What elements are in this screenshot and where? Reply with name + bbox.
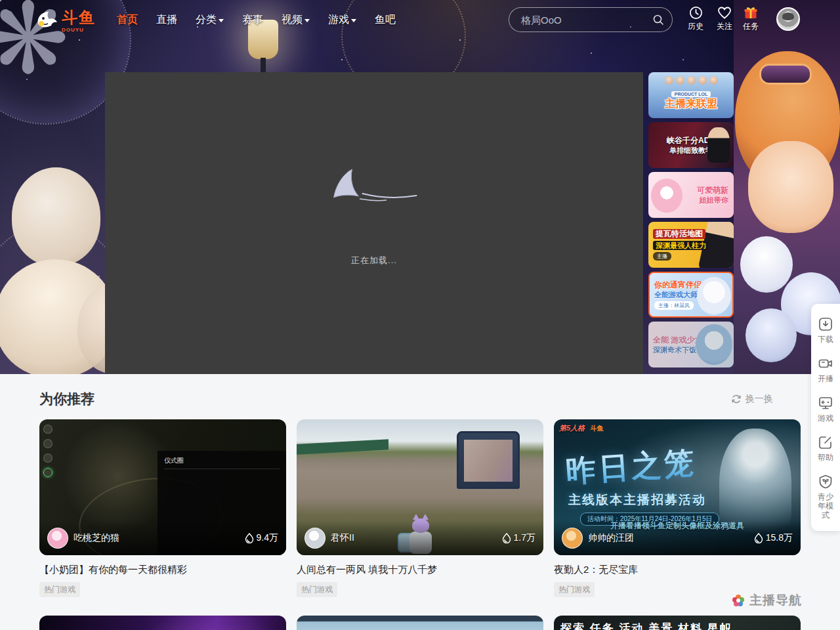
nav-live[interactable]: 直播 <box>147 0 186 39</box>
nav-home[interactable]: 首页 <box>108 0 147 39</box>
douyu-logo[interactable]: 斗鱼 DOUYU <box>34 7 96 33</box>
streamer-avatar <box>562 528 583 549</box>
thumbnail-overlay: 君怀II 1.7万 <box>297 521 543 555</box>
category-tag[interactable]: 热门游戏 <box>39 582 80 597</box>
download-button[interactable]: 下载 <box>811 310 840 350</box>
stream-card-row-partial: 探索 任务 活动 美景 材料 星帜 <box>39 616 801 630</box>
banner-anime-girl-art <box>696 324 732 365</box>
banner-anime-girl-art <box>651 178 682 213</box>
promo-banner-list: PRODUCT LOL 主播来联盟 峡谷千分ADC 单排细致教学 可爱萌新 姐姐… <box>648 72 734 371</box>
nav-video[interactable]: 视频 <box>272 0 319 39</box>
promo-subtitle: 主线版本主播招募活动 <box>568 492 706 509</box>
teen-shield-icon <box>818 474 833 490</box>
banner-subtitle: 姐姐带你 <box>700 196 728 205</box>
stream-thumbnail[interactable] <box>297 616 543 630</box>
banner-people-art <box>648 76 734 85</box>
banner-subtitle: 深渊最强人柱力 <box>653 241 709 250</box>
banner-subtitle: 全能游戏大师 <box>654 290 698 299</box>
streamer-name: 吃桃芝的猫 <box>74 532 245 544</box>
stream-thumbnail[interactable] <box>39 616 286 630</box>
banner-title: 提瓦特活地图 <box>653 229 705 239</box>
promo-banner-allnight-gamer-selected[interactable]: 你的通宵伴侣 全能游戏大师 主播：林晨风 <box>648 272 734 318</box>
stream-title[interactable]: 【小奶团】有你的每一天都很精彩 <box>39 564 286 576</box>
hot-flame-icon <box>754 533 763 543</box>
search-input[interactable] <box>521 14 652 26</box>
heart-icon <box>717 6 732 20</box>
follow-button[interactable]: 关注 <box>717 6 732 32</box>
section-title: 为你推荐 <box>39 390 94 408</box>
banner-anime-boy-art <box>697 277 731 315</box>
stream-title[interactable]: 夜勤人2：无尽宝库 <box>554 564 801 576</box>
nav-category[interactable]: 分类 <box>186 0 233 39</box>
user-avatar[interactable] <box>776 7 800 31</box>
stream-title[interactable]: 人间总有一两风 填我十万八千梦 <box>297 564 543 576</box>
banner-person-art <box>707 127 730 163</box>
identity-v-logo: 第5人格 <box>559 423 585 433</box>
stream-card[interactable]: 仪式圈 吃桃芝的猫 9.4万 【小奶团】有你的每一天都很精彩 <box>39 419 286 597</box>
loading-text: 正在加载... <box>351 255 397 266</box>
top-nav-bar: 斗鱼 DOUYU 首页 直播 分类 赛事 视频 游戏 鱼吧 历史 <box>0 0 840 39</box>
douyu-mini-logo: 斗鱼 <box>590 424 603 433</box>
brand-name: 斗鱼 <box>62 9 96 26</box>
stream-thumbnail[interactable]: 君怀II 1.7万 <box>297 419 543 555</box>
streamer-name: 君怀II <box>331 532 502 544</box>
thumbnail-overlay: 吃桃芝的猫 9.4万 <box>39 521 286 555</box>
banner-streamer-pill: 主播 <box>653 252 671 261</box>
page: ❋ 斗鱼 DOUYU 首页 直播 分类 <box>0 0 840 630</box>
game-center-button[interactable]: 游戏 <box>811 389 840 429</box>
game-monitor-icon <box>818 395 833 411</box>
promo-banner-adc-teaching[interactable]: 峡谷千分ADC 单排细致教学 <box>648 122 734 168</box>
promo-main-title: 昨日之笼 <box>564 442 698 492</box>
streamer-nav-watermark: 主播导航 <box>730 592 802 609</box>
help-button[interactable]: 帮助 <box>811 429 840 468</box>
live-player[interactable]: 正在加载... <box>105 72 643 374</box>
streamer-avatar <box>47 528 68 549</box>
plush-doll-art <box>12 167 100 266</box>
promo-banner-game-girl[interactable]: 全能 游戏少女 深渊奇术下饭 <box>648 322 734 368</box>
hot-flame-icon <box>245 533 254 543</box>
category-tag[interactable]: 热门游戏 <box>297 582 337 597</box>
pinwheel-icon <box>730 593 746 608</box>
search-icon[interactable] <box>652 14 664 26</box>
stream-thumbnail[interactable]: 第5人格 斗鱼 昨日之笼 主线版本主播招募活动 活动时间：2025年11月24日… <box>554 419 801 555</box>
anime-girl-sunglasses-art <box>761 66 810 83</box>
thumbnail-overlay: 帅帅的汪团 15.8万 <box>554 521 801 555</box>
anime-girl-face-art <box>748 141 833 233</box>
plush-doll-art <box>746 308 797 362</box>
search-box[interactable] <box>509 7 673 32</box>
stream-card[interactable]: 君怀II 1.7万 人间总有一两风 填我十万八千梦 热门游戏 <box>297 419 543 597</box>
promo-banner-cute-newbie[interactable]: 可爱萌新 姐姐带你 <box>648 172 734 218</box>
promo-banner-lol-league[interactable]: PRODUCT LOL 主播来联盟 <box>648 72 734 118</box>
stream-card-row: 仪式圈 吃桃芝的猫 9.4万 【小奶团】有你的每一天都很精彩 <box>39 419 801 597</box>
refresh-button[interactable]: 换一换 <box>731 393 773 405</box>
clock-icon <box>689 6 703 20</box>
promo-banner-teyvat-map[interactable]: 提瓦特活地图 深渊最强人柱力 主播 <box>648 222 734 268</box>
banner-title: 主播来联盟 <box>665 99 717 108</box>
plush-doll-art <box>740 236 793 293</box>
download-icon <box>818 316 833 332</box>
category-tag[interactable]: 热门游戏 <box>554 582 595 597</box>
nav-esports[interactable]: 赛事 <box>233 0 272 39</box>
stream-card[interactable]: 第5人格 斗鱼 昨日之笼 主线版本主播招募活动 活动时间：2025年11月24日… <box>554 419 801 597</box>
go-live-button[interactable]: 开播 <box>811 350 840 389</box>
loading-shark-fin-icon <box>330 167 419 207</box>
caret-down-icon <box>351 19 356 22</box>
viewer-count: 9.4万 <box>245 532 278 544</box>
stream-thumbnail[interactable]: 仪式圈 吃桃芝的猫 9.4万 <box>39 419 286 555</box>
hot-flame-icon <box>502 533 511 543</box>
banner-subtitle: 单排细致教学 <box>669 146 713 155</box>
green-roof-art <box>297 439 388 454</box>
nav-games[interactable]: 游戏 <box>319 0 366 39</box>
recommend-header: 为你推荐 换一换 <box>39 390 801 408</box>
shark-logo-icon <box>34 9 59 30</box>
task-button[interactable]: 任务 <box>743 6 759 32</box>
thumbnail-text-strip: 探索 任务 活动 美景 材料 星帜 <box>560 621 732 630</box>
brand-sub: DOUYU <box>62 27 96 33</box>
nav-yuba[interactable]: 鱼吧 <box>366 0 405 39</box>
refresh-icon <box>731 394 742 404</box>
gift-icon <box>744 6 758 20</box>
stream-thumbnail[interactable]: 探索 任务 活动 美景 材料 星帜 <box>554 616 801 630</box>
thumbnail-corner-logos: 第5人格 斗鱼 <box>559 423 603 433</box>
history-button[interactable]: 历史 <box>688 6 704 32</box>
teen-mode-button[interactable]: 青少年模式 <box>811 468 840 526</box>
